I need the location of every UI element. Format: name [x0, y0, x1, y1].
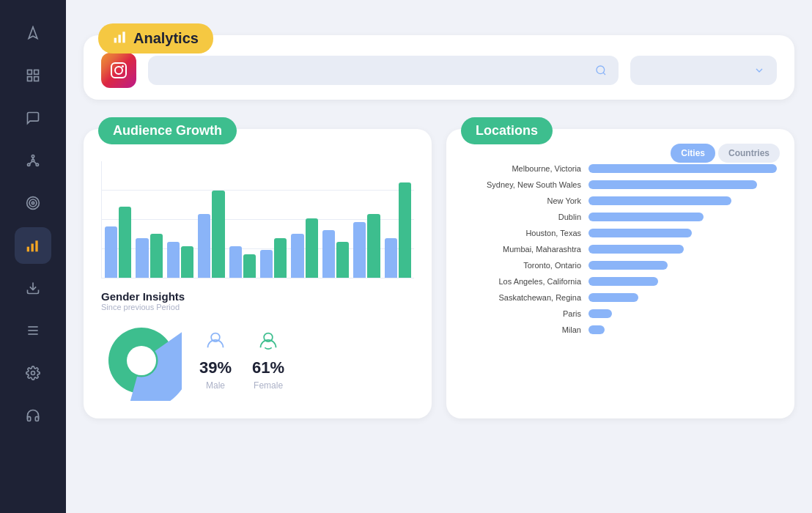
location-row: Dublin: [464, 213, 777, 221]
dropdown-bar[interactable]: [630, 56, 777, 85]
audience-growth-title: Audience Growth: [113, 123, 222, 138]
bar-group: [136, 234, 162, 278]
sidebar-item-settings[interactable]: [15, 355, 51, 391]
gender-stats: 39% Male 61% Female: [199, 331, 284, 391]
header-card: Analytics: [84, 35, 794, 100]
bar-blue: [105, 226, 117, 278]
bar-group: [353, 214, 380, 278]
gender-subtitle: Since previous Period: [101, 303, 414, 311]
svg-point-28: [597, 66, 605, 74]
bar-green: [150, 234, 163, 278]
sidebar-item-analytics[interactable]: [15, 227, 51, 264]
svg-rect-24: [122, 32, 125, 43]
location-row: Milan: [464, 325, 777, 334]
sidebar-item-chat[interactable]: [15, 100, 51, 136]
location-bar: [588, 213, 704, 221]
bar-blue: [229, 246, 242, 278]
sidebar-item-target[interactable]: [15, 185, 51, 221]
bar-green: [119, 207, 131, 278]
sidebar-item-network[interactable]: [15, 142, 51, 179]
location-bar: [588, 196, 731, 205]
svg-rect-23: [119, 35, 121, 43]
svg-point-32: [127, 346, 156, 375]
female-icon: [258, 331, 278, 355]
female-label: Female: [254, 380, 283, 391]
location-bar-wrap: [588, 261, 777, 270]
svg-rect-15: [32, 244, 34, 252]
svg-rect-3: [34, 77, 39, 81]
location-list: Melbourne, VictoriaSydney, New South Wal…: [464, 164, 777, 334]
bar-green: [336, 242, 349, 278]
female-stat: 61% Female: [252, 331, 284, 391]
sidebar-item-dashboard[interactable]: [15, 57, 51, 94]
tab-cities[interactable]: Cities: [671, 144, 715, 163]
bar-green: [243, 254, 256, 278]
svg-rect-16: [35, 240, 37, 251]
gender-content: 39% Male 61% Female: [101, 320, 414, 401]
location-row: Sydney, New South Wales: [464, 180, 777, 189]
bar-blue: [198, 214, 210, 278]
male-percentage: 39%: [199, 358, 232, 377]
gender-section: Gender Insights Since previous Period: [101, 290, 414, 401]
gender-insights-title: Gender Insights: [101, 290, 414, 303]
analytics-badge: Analytics: [98, 23, 213, 53]
locations-tabs: Cities Countries: [671, 144, 780, 163]
instagram-icon[interactable]: [101, 53, 136, 88]
audience-growth-card: Audience Growth Gender Insights Since pr…: [84, 129, 432, 418]
gender-pie-chart: [101, 320, 182, 401]
audience-growth-badge: Audience Growth: [98, 117, 237, 144]
sidebar-item-support[interactable]: [15, 397, 51, 434]
sidebar-item-download[interactable]: [15, 270, 51, 306]
svg-point-26: [115, 67, 122, 74]
location-row: Toronto, Ontario: [464, 261, 777, 270]
bar-group: [260, 238, 287, 278]
location-name: Toronto, Ontario: [464, 261, 581, 270]
content-grid: Audience Growth Gender Insights Since pr…: [84, 114, 794, 418]
tab-countries[interactable]: Countries: [718, 144, 780, 163]
svg-rect-14: [27, 247, 29, 252]
bar-group: [322, 230, 349, 278]
bar-chart: [101, 161, 414, 278]
location-bar-wrap: [588, 245, 777, 254]
svg-line-9: [34, 161, 36, 163]
location-row: Paris: [464, 309, 777, 318]
svg-point-13: [32, 202, 34, 204]
location-bar-wrap: [588, 196, 777, 205]
bar-green: [212, 191, 224, 278]
location-bar-wrap: [588, 309, 777, 318]
locations-badge: Locations: [461, 117, 553, 144]
bar-blue: [260, 250, 273, 278]
sidebar-item-navigate[interactable]: [15, 15, 51, 51]
location-bar: [588, 164, 777, 173]
location-row: Mumbai, Maharashtra: [464, 245, 777, 254]
search-bar[interactable]: [148, 56, 619, 85]
svg-point-27: [122, 65, 124, 67]
location-name: New York: [464, 196, 581, 205]
bar-blue: [353, 222, 366, 278]
location-name: Sydney, New South Wales: [464, 180, 581, 189]
svg-point-7: [28, 163, 30, 166]
location-bar: [588, 180, 757, 189]
location-row: Saskatchewan, Regina: [464, 293, 777, 302]
analytics-title: Analytics: [133, 30, 199, 47]
search-input[interactable]: [160, 64, 589, 76]
location-name: Saskatchewan, Regina: [464, 293, 581, 302]
sidebar-item-compare[interactable]: [15, 312, 51, 349]
svg-line-10: [29, 161, 32, 163]
bar-green: [367, 214, 380, 278]
bar-green: [181, 246, 193, 278]
location-bar-wrap: [588, 213, 777, 221]
svg-point-5: [32, 155, 34, 158]
analytics-badge-icon: [113, 29, 128, 48]
svg-line-29: [603, 73, 605, 75]
location-name: Mumbai, Maharashtra: [464, 245, 581, 254]
svg-point-6: [36, 163, 38, 166]
location-row: Melbourne, Victoria: [464, 164, 777, 173]
bar-blue: [136, 238, 148, 278]
location-name: Houston, Texas: [464, 229, 581, 237]
svg-point-21: [32, 372, 35, 375]
bar-group: [105, 207, 131, 278]
header-controls: [101, 53, 777, 88]
location-bar: [588, 229, 692, 237]
location-name: Melbourne, Victoria: [464, 164, 581, 173]
